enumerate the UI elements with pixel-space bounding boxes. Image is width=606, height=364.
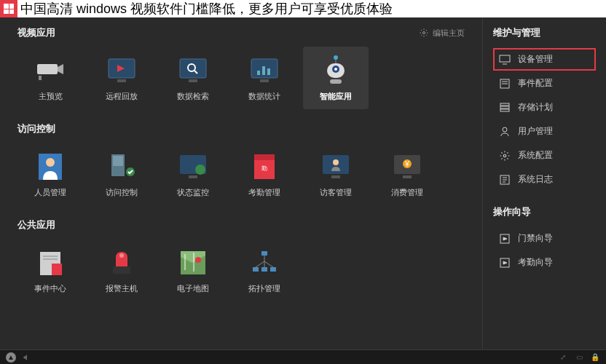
person-icon xyxy=(34,151,66,183)
alarm-icon xyxy=(106,247,138,279)
access-section-title: 访问控制 xyxy=(17,122,465,135)
app-label: 访客管理 xyxy=(320,187,352,198)
app-item-monitor[interactable]: 状态监控 xyxy=(160,143,226,205)
app-label: 智能应用 xyxy=(320,91,352,102)
sidebar-item-label: 系统配置 xyxy=(518,149,553,162)
app-label: 数据检索 xyxy=(177,91,209,102)
app-logo[interactable] xyxy=(0,0,17,17)
svg-rect-11 xyxy=(257,71,260,75)
door-icon xyxy=(106,151,138,183)
app-item-event[interactable]: 事件中心 xyxy=(17,239,83,301)
storage-icon xyxy=(499,102,511,114)
expand-icon[interactable]: ⤢ xyxy=(558,352,568,363)
app-item-robot[interactable]: 智能应用 xyxy=(303,47,369,109)
svg-rect-28 xyxy=(189,175,197,178)
app-item-topo[interactable]: 拓扑管理 xyxy=(232,239,297,301)
svg-point-59 xyxy=(503,127,507,132)
svg-rect-30 xyxy=(254,154,275,160)
content-panel: 视频应用 编辑主页 主预览远程回放数据检索数据统计智能应用 访问控制 人员管理访… xyxy=(0,17,482,349)
app-item-alarm[interactable]: 报警主机 xyxy=(89,239,154,301)
sidebar-item-wizard-0[interactable]: 门禁向导 xyxy=(493,227,596,250)
svg-rect-6 xyxy=(180,59,206,78)
svg-rect-12 xyxy=(262,66,265,75)
sidebar-item-event-cfg-1[interactable]: 事件配置 xyxy=(493,72,596,95)
svg-rect-56 xyxy=(500,103,509,106)
svg-point-44 xyxy=(119,253,124,258)
sidebar-item-label: 考勤向导 xyxy=(518,256,553,269)
video-app-grid: 主预览远程回放数据检索数据统计智能应用 xyxy=(17,47,465,109)
svg-point-22 xyxy=(46,158,55,167)
event-cfg-icon xyxy=(499,78,511,90)
maintain-list: 设备管理事件配置存储计划用户管理系统配置系统日志 xyxy=(493,48,596,191)
sidebar-item-wizard-1[interactable]: 考勤向导 xyxy=(493,251,596,274)
status-left: ▲ xyxy=(6,352,32,363)
log-icon xyxy=(499,174,511,186)
svg-rect-34 xyxy=(331,175,340,178)
svg-rect-47 xyxy=(261,251,267,256)
window-icon[interactable]: ▭ xyxy=(574,352,584,363)
monitor-icon xyxy=(177,151,209,183)
app-item-door[interactable]: 访问控制 xyxy=(89,143,154,205)
app-label: 报警主机 xyxy=(106,283,138,294)
svg-rect-1 xyxy=(37,64,58,74)
svg-text:¥: ¥ xyxy=(404,160,409,168)
sidebar-item-device-0[interactable]: 设备管理 xyxy=(493,48,596,71)
app-item-playback[interactable]: 远程回放 xyxy=(89,47,154,109)
sidebar-item-user-3[interactable]: 用户管理 xyxy=(493,120,596,143)
app-item-search-mon[interactable]: 数据检索 xyxy=(160,47,226,109)
window-title: 中国高清 windows 视频软件门槛降低，更多用户可享受优质体验 xyxy=(17,0,606,17)
playback-icon xyxy=(106,55,138,87)
app-item-attendance[interactable]: 勤考勤管理 xyxy=(232,143,297,205)
app-item-consume[interactable]: ¥消费管理 xyxy=(374,143,440,205)
svg-rect-20 xyxy=(330,79,342,84)
app-item-visitor[interactable]: 访客管理 xyxy=(303,143,369,205)
stats-icon xyxy=(248,55,280,87)
gear-icon xyxy=(499,150,511,162)
wizard-icon xyxy=(499,257,511,269)
app-item-map[interactable]: 电子地图 xyxy=(160,239,226,301)
alarm-status-icon[interactable]: ▲ xyxy=(6,352,16,363)
video-section-title: 视频应用 xyxy=(17,26,55,39)
public-section-title: 公共应用 xyxy=(17,218,465,232)
lock-icon[interactable]: 🔒 xyxy=(590,352,600,363)
access-app-grid: 人员管理访问控制状态监控勤考勤管理访客管理¥消费管理 xyxy=(17,143,465,205)
robot-icon xyxy=(320,55,352,87)
svg-rect-38 xyxy=(403,175,412,178)
svg-rect-57 xyxy=(500,106,509,108)
svg-rect-48 xyxy=(253,267,259,272)
app-label: 人员管理 xyxy=(34,187,66,198)
svg-marker-68 xyxy=(503,261,507,264)
sidebar-item-label: 存储计划 xyxy=(518,101,553,114)
svg-rect-43 xyxy=(113,266,130,274)
video-section-header: 视频应用 编辑主页 xyxy=(17,26,465,39)
svg-point-60 xyxy=(503,154,506,157)
map-icon xyxy=(177,247,209,279)
sound-icon[interactable] xyxy=(22,352,32,363)
app-label: 事件中心 xyxy=(34,283,66,294)
edit-homepage-link[interactable]: 编辑主页 xyxy=(418,27,465,39)
app-label: 消费管理 xyxy=(391,187,423,198)
sidebar-item-label: 门禁向导 xyxy=(518,232,553,245)
sidebar-item-storage-2[interactable]: 存储计划 xyxy=(493,96,596,119)
app-item-camera[interactable]: 主预览 xyxy=(17,47,83,109)
title-bar: 中国高清 windows 视频软件门槛降低，更多用户可享受优质体验 xyxy=(0,0,606,17)
app-label: 电子地图 xyxy=(177,283,209,294)
svg-rect-40 xyxy=(52,264,62,275)
app-item-person[interactable]: 人员管理 xyxy=(17,143,83,205)
search-mon-icon xyxy=(177,55,209,87)
svg-point-15 xyxy=(334,55,338,60)
sidebar-item-label: 系统日志 xyxy=(518,173,553,186)
sidebar-item-log-5[interactable]: 系统日志 xyxy=(493,168,596,191)
svg-rect-9 xyxy=(189,79,197,82)
svg-point-19 xyxy=(334,68,337,71)
app-item-stats[interactable]: 数据统计 xyxy=(232,47,297,109)
user-icon xyxy=(499,126,511,138)
maintain-title: 维护与管理 xyxy=(493,26,596,39)
app-label: 主预览 xyxy=(39,91,63,102)
sidebar-item-gear-4[interactable]: 系统配置 xyxy=(493,144,596,167)
wizard-icon xyxy=(499,233,511,245)
sidebar: 维护与管理 设备管理事件配置存储计划用户管理系统配置系统日志 操作向导 门禁向导… xyxy=(482,17,606,349)
edit-homepage-label: 编辑主页 xyxy=(433,28,465,39)
camera-icon xyxy=(34,55,66,87)
app-label: 考勤管理 xyxy=(248,187,280,198)
